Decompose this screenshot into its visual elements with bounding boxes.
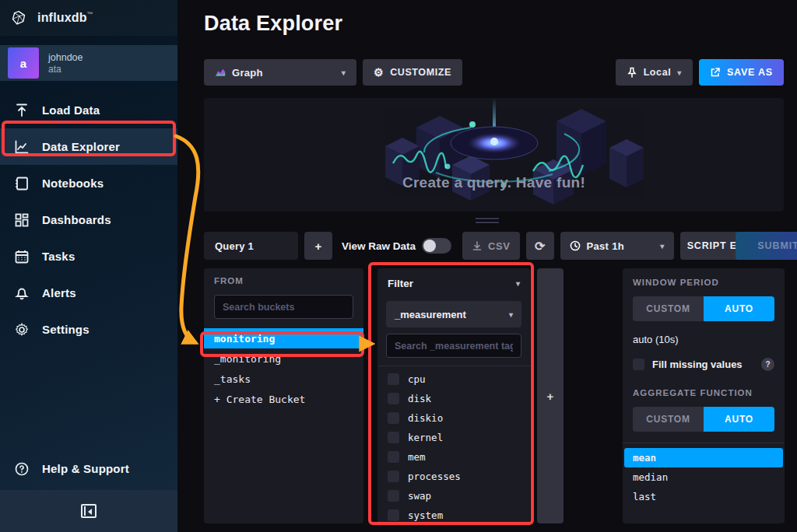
chevron-down-icon: ▾ [677, 68, 682, 77]
divider [623, 443, 785, 443]
measurement-option-cpu[interactable]: cpu [377, 369, 530, 389]
aggregate-function-median[interactable]: median [623, 467, 785, 487]
tag-value-search-input[interactable] [386, 334, 521, 358]
aggregate-mode-toggle: CUSTOM AUTO [633, 407, 774, 432]
sidebar-item-load-data[interactable]: Load Data [0, 92, 177, 128]
create-bucket-button[interactable]: + Create Bucket [204, 389, 363, 409]
query-builder: FROM monitoring _monitoring _tasks + Cre… [204, 268, 797, 523]
checkbox[interactable] [388, 509, 399, 521]
checkbox[interactable] [388, 373, 399, 385]
sidebar-footer [0, 490, 177, 532]
add-query-button[interactable]: + [304, 232, 332, 260]
auto-button[interactable]: AUTO [704, 296, 774, 321]
measurement-option-system[interactable]: system [377, 506, 530, 525]
sidebar-item-help-support[interactable]: Help & Support [0, 450, 177, 487]
visualization-type-dropdown[interactable]: Graph ▾ [204, 59, 356, 86]
measurement-option-swap[interactable]: swap [377, 486, 530, 506]
submit-button[interactable]: SUBMIT [736, 232, 797, 260]
bucket-item-monitoring[interactable]: monitoring [204, 328, 363, 348]
filter-type-dropdown[interactable]: Filter ▾ [377, 268, 530, 298]
visualization-canvas: Create a query. Have fun! [204, 98, 784, 212]
measurement-option-kernel[interactable]: kernel [377, 428, 530, 447]
sidebar-item-tasks[interactable]: Tasks [0, 238, 177, 275]
save-as-button[interactable]: SAVE AS [699, 59, 784, 86]
view-raw-data-label: View Raw Data [342, 240, 416, 252]
sidebar-item-data-explorer[interactable]: Data Explorer [0, 128, 177, 165]
refresh-button[interactable]: ⟳ [526, 232, 554, 260]
checkbox[interactable] [388, 471, 399, 482]
measurement-option-diskio[interactable]: diskio [377, 408, 530, 428]
empty-state-illustration [204, 98, 784, 212]
query-tab[interactable]: Query 1 [204, 232, 298, 260]
page-title: Data Explorer [204, 12, 342, 36]
aggregate-function-list: mean median last [623, 448, 785, 506]
gear-icon: ⚙ [374, 66, 384, 79]
calendar-icon [14, 249, 30, 264]
filter-panel: Filter ▾ _measurement ▾ cpu disk diskio … [377, 268, 530, 523]
csv-download-button[interactable]: CSV [462, 232, 520, 260]
divider [377, 366, 530, 366]
auto-button[interactable]: AUTO [704, 407, 774, 432]
help-icon [14, 461, 30, 477]
notebook-icon [14, 176, 30, 191]
sidebar-nav: Load Data Data Explorer Notebooks Dashbo… [0, 92, 177, 348]
window-period-title: WINDOW PERIOD [623, 278, 785, 287]
scope-dropdown[interactable]: Local ▾ [616, 59, 693, 86]
checkbox[interactable] [388, 432, 399, 443]
clock-icon [570, 240, 581, 251]
user-account[interactable]: a johndoe ata [0, 45, 177, 81]
tag-key-dropdown[interactable]: _measurement ▾ [386, 301, 521, 327]
bucket-item[interactable]: _monitoring [204, 348, 363, 369]
aggregate-function-last[interactable]: last [623, 487, 785, 506]
sidebar-item-notebooks[interactable]: Notebooks [0, 165, 177, 201]
chevron-down-icon: ▾ [516, 279, 520, 288]
sidebar-item-settings[interactable]: Settings [0, 311, 177, 348]
export-icon [710, 67, 721, 78]
fill-missing-values-label: Fill missing values [652, 359, 743, 370]
download-icon [472, 240, 483, 251]
checkbox[interactable] [388, 393, 399, 404]
influxdb-logo-icon [11, 10, 26, 26]
plus-icon: + [315, 240, 322, 253]
tag-value-list: cpu disk diskio kernel mem processes swa… [377, 369, 530, 525]
header-controls: Graph ▾ ⚙ CUSTOMIZE Local ▾ SAVE AS [204, 59, 784, 86]
dashboards-icon [14, 212, 30, 228]
sidebar-item-alerts[interactable]: Alerts [0, 275, 177, 311]
aggregate-function-mean[interactable]: mean [624, 448, 783, 467]
user-name: johndoe [48, 51, 83, 65]
custom-button[interactable]: CUSTOM [633, 296, 704, 321]
chevron-down-icon: ▾ [509, 310, 513, 319]
collapse-sidebar-icon[interactable] [81, 504, 97, 518]
customize-button[interactable]: ⚙ CUSTOMIZE [363, 59, 462, 86]
window-period-mode-toggle: CUSTOM AUTO [633, 296, 774, 321]
measurement-option-disk[interactable]: disk [377, 389, 530, 408]
line-chart-icon [14, 139, 30, 155]
brand-header[interactable]: influxdb™ [0, 0, 177, 36]
bucket-item[interactable]: _tasks [204, 369, 363, 389]
help-tooltip-icon[interactable]: ? [761, 358, 774, 371]
fill-missing-values-checkbox[interactable] [633, 359, 644, 370]
bucket-list: monitoring _monitoring _tasks + Create B… [204, 328, 363, 409]
pin-icon [627, 67, 637, 78]
empty-state-message: Create a query. Have fun! [204, 174, 784, 191]
brand-name: influxdb™ [37, 11, 93, 25]
auto-window-value: auto (10s) [633, 334, 774, 345]
refresh-icon: ⟳ [535, 239, 545, 254]
measurement-option-processes[interactable]: processes [377, 467, 530, 486]
checkbox[interactable] [388, 451, 399, 463]
custom-button[interactable]: CUSTOM [633, 407, 704, 432]
view-raw-data-toggle[interactable] [422, 238, 451, 254]
checkbox[interactable] [388, 490, 399, 502]
time-range-dropdown[interactable]: Past 1h ▾ [560, 232, 674, 260]
resize-handle[interactable] [476, 218, 499, 226]
checkbox[interactable] [388, 412, 399, 424]
chevron-down-icon: ▾ [342, 68, 346, 77]
add-filter-card-button[interactable]: + [537, 268, 564, 523]
trademark: ™ [87, 11, 93, 18]
query-toolbar: Query 1 + View Raw Data CSV ⟳ Past 1h ▾ … [204, 232, 778, 260]
bucket-search-input[interactable] [214, 295, 353, 319]
sidebar: influxdb™ a johndoe ata Load Data Data E… [0, 0, 177, 532]
measurement-option-mem[interactable]: mem [377, 447, 530, 467]
aggregate-function-title: AGGREGATE FUNCTION [623, 388, 785, 397]
sidebar-item-dashboards[interactable]: Dashboards [0, 201, 177, 238]
